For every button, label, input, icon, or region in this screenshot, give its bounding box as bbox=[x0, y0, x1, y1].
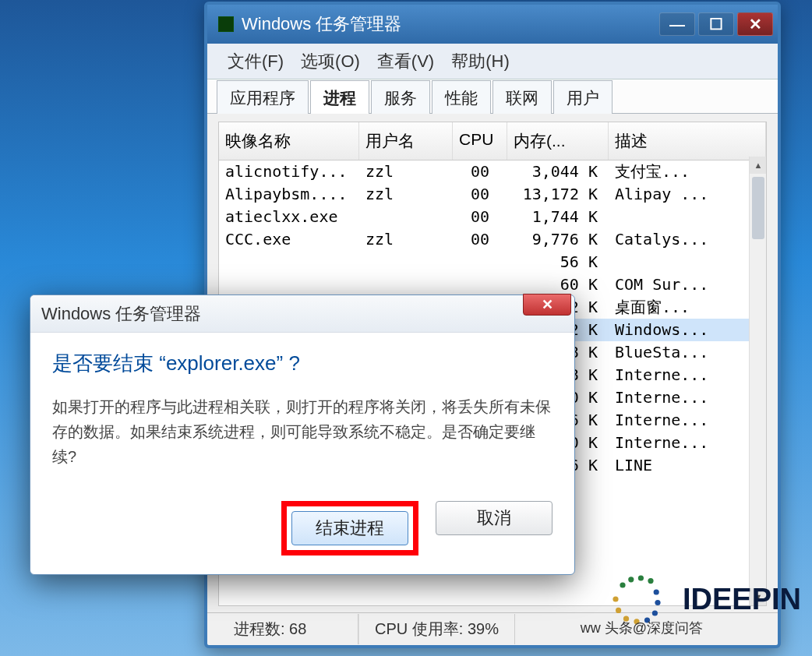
col-image-name[interactable]: 映像名称 bbox=[219, 122, 359, 160]
dialog-titlebar[interactable]: Windows 任务管理器 ✕ bbox=[30, 295, 574, 333]
table-row[interactable]: atieclxx.exe001,744 K bbox=[219, 206, 766, 228]
svg-point-1 bbox=[628, 577, 634, 582]
menu-help[interactable]: 帮助(H) bbox=[447, 47, 514, 76]
menu-file[interactable]: 文件(F) bbox=[223, 47, 288, 76]
dialog-body: 是否要结束 “explorer.exe” ? 如果打开的程序与此进程相关联，则打… bbox=[30, 333, 574, 501]
table-row[interactable]: 56 K bbox=[219, 251, 766, 273]
cancel-button[interactable]: 取消 bbox=[436, 501, 553, 535]
scroll-up-icon[interactable]: ▲ bbox=[750, 157, 767, 174]
svg-point-3 bbox=[648, 578, 653, 584]
scroll-thumb[interactable] bbox=[752, 177, 764, 239]
status-process-count: 进程数: 68 bbox=[218, 614, 358, 644]
dialog-buttons: 结束进程 取消 bbox=[30, 501, 574, 574]
svg-point-5 bbox=[655, 600, 660, 605]
tab-users[interactable]: 用户 bbox=[553, 80, 613, 114]
table-row[interactable]: CCC.exezzl009,776 KCatalys... bbox=[219, 228, 766, 251]
svg-point-0 bbox=[620, 582, 625, 587]
menubar: 文件(F) 选项(O) 查看(V) 帮助(H) bbox=[207, 44, 778, 79]
menu-options[interactable]: 选项(O) bbox=[296, 47, 365, 76]
col-description[interactable]: 描述 bbox=[609, 122, 766, 160]
scrollbar[interactable]: ▲ ▼ bbox=[749, 157, 766, 605]
table-row[interactable]: 60 KCOM Sur... bbox=[219, 273, 766, 296]
maximize-button[interactable]: ☐ bbox=[698, 12, 734, 36]
dialog-heading: 是否要结束 “explorer.exe” ? bbox=[52, 350, 553, 377]
svg-point-6 bbox=[652, 610, 658, 615]
table-row[interactable]: alicnotify...zzl003,044 K支付宝... bbox=[219, 160, 766, 183]
col-user[interactable]: 用户名 bbox=[359, 122, 453, 160]
dialog-close-button[interactable]: ✕ bbox=[523, 294, 571, 316]
tab-applications[interactable]: 应用程序 bbox=[217, 80, 309, 114]
menu-view[interactable]: 查看(V) bbox=[372, 47, 439, 76]
col-cpu[interactable]: CPU bbox=[453, 122, 507, 160]
svg-point-4 bbox=[654, 589, 659, 594]
window-title: Windows 任务管理器 bbox=[242, 12, 656, 36]
svg-point-2 bbox=[638, 575, 644, 580]
brand-text: IDEEPIN bbox=[683, 583, 801, 616]
end-process-button[interactable]: 结束进程 bbox=[291, 511, 408, 545]
credit-watermark: ww 头条@深度问答 bbox=[581, 619, 703, 637]
dialog-text: 如果打开的程序与此进程相关联，则打开的程序将关闭，将丢失所有未保存的数据。如果结… bbox=[52, 394, 553, 469]
minimize-button[interactable]: — bbox=[659, 12, 695, 36]
tab-performance[interactable]: 性能 bbox=[432, 80, 491, 114]
svg-point-10 bbox=[616, 608, 621, 613]
col-memory[interactable]: 内存(... bbox=[507, 122, 609, 160]
table-header: 映像名称 用户名 CPU 内存(... 描述 bbox=[219, 122, 766, 160]
tab-networking[interactable]: 联网 bbox=[492, 80, 552, 114]
tab-processes[interactable]: 进程 bbox=[310, 80, 369, 114]
close-button[interactable]: ✕ bbox=[737, 12, 773, 36]
titlebar[interactable]: Windows 任务管理器 — ☐ ✕ bbox=[207, 5, 778, 44]
tab-services[interactable]: 服务 bbox=[371, 80, 430, 114]
status-cpu-usage: CPU 使用率: 39% bbox=[358, 614, 515, 644]
svg-point-11 bbox=[613, 596, 618, 601]
app-icon bbox=[218, 16, 234, 32]
table-row[interactable]: Alipaybsm....zzl0013,172 KAlipay ... bbox=[219, 183, 766, 206]
tabbar: 应用程序 进程 服务 性能 联网 用户 bbox=[207, 79, 778, 114]
dialog-title: Windows 任务管理器 bbox=[41, 302, 201, 326]
end-process-dialog: Windows 任务管理器 ✕ 是否要结束 “explorer.exe” ? 如… bbox=[30, 294, 575, 575]
highlight-annotation: 结束进程 bbox=[281, 501, 418, 555]
